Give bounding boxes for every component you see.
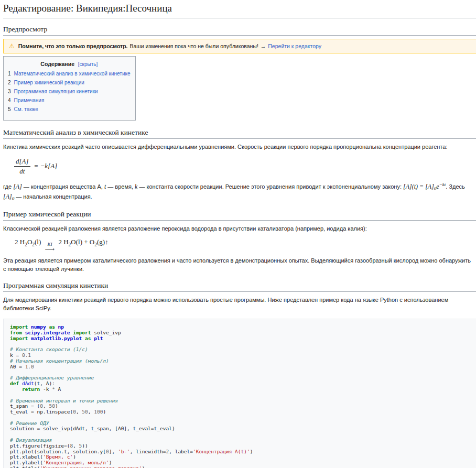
toc-item-link[interactable]: Программная симуляция кинетики	[14, 89, 98, 94]
code-line	[10, 415, 471, 421]
fraction-denominator: dt	[14, 167, 30, 176]
toc-item: 4Примечания	[8, 97, 131, 104]
code-line: plt.title('Кинетика реакции первого поря…	[10, 466, 471, 468]
code-line: solution = solve_ivp(dAdt, t_span, [A0],…	[10, 426, 471, 432]
toc-item: 2Пример химической реакции	[8, 79, 131, 86]
code-intro-paragraph: Для моделирования кинетики реакций перво…	[3, 296, 475, 313]
code-line: # Временной интервал и точки решения	[10, 398, 471, 404]
warning-bold-text: Помните, что это только предпросмотр.	[18, 43, 128, 49]
warning-text: Ваши изменения пока что не были опублико…	[130, 43, 258, 49]
toc-item-link[interactable]: Примечания	[14, 97, 45, 103]
chemical-equation: 2 H2O2(l) KI⟶ 2 H2O(l) + O2(g)↑	[15, 238, 476, 252]
section-heading-math: Математический анализ в химической кинет…	[3, 128, 476, 139]
toc-item-link[interactable]: См. также	[14, 106, 38, 112]
go-to-editor-link[interactable]: Перейти к редактору	[268, 43, 321, 49]
chem-intro-paragraph: Классической реакцией разложения являетс…	[3, 225, 475, 233]
toc-list: 1Математический анализ в химической кине…	[8, 70, 131, 113]
preview-warning-banner: ⚠ Помните, что это только предпросмотр.В…	[3, 39, 476, 53]
warning-triangle-icon: ⚠	[9, 43, 15, 49]
python-code-block: import numpy as npfrom scipy.integrate i…	[3, 319, 476, 468]
fraction-numerator: d[A]	[14, 157, 30, 167]
code-line: # Константа скорости (1/с)	[10, 347, 471, 353]
toc-item-number: 2	[8, 80, 11, 85]
fraction: d[A] dt	[14, 157, 30, 176]
toc-item: 5См. также	[8, 106, 131, 113]
toc-item-number: 1	[8, 71, 11, 77]
edit-preview-page: Редактирование: Википедия:Песочница Пред…	[0, 0, 476, 468]
warning-arrow: →	[261, 43, 266, 49]
code-line: return -k * A	[10, 387, 471, 393]
toc-item: 3Программная симуляция кинетики	[8, 88, 131, 95]
toc-item-link[interactable]: Пример химической реакции	[14, 80, 84, 85]
section-heading-chem: Пример химической реакции	[3, 210, 476, 221]
toc-hide-toggle[interactable]: [скрыть]	[78, 61, 98, 67]
math-explanation-paragraph: где [A] — концентрация вещества A, t — в…	[3, 181, 475, 202]
chem-explanation-paragraph: Эта реакция является примером каталитиче…	[3, 257, 475, 274]
toc-item-number: 5	[8, 106, 11, 112]
rate-equation-formula: d[A] dt = −k[A]	[14, 157, 476, 176]
code-line: # Дифференциальное уравнение	[10, 375, 471, 381]
math-intro-paragraph: Кинетика химических реакций часто описыв…	[3, 143, 475, 151]
reaction-arrow-icon: KI⟶	[45, 242, 55, 252]
fraction-rhs: = −k[A]	[34, 162, 58, 170]
toc-item-link[interactable]: Математический анализ в химической кинет…	[14, 71, 131, 77]
code-line: plt.plot(solution.t, solution.y[0], 'b-'…	[10, 449, 471, 455]
code-line: def dAdt(t, A):	[10, 381, 471, 387]
code-line: t_eval = np.linspace(0, 50, 100)	[10, 409, 471, 415]
section-heading-code: Программная симуляция кинетики	[3, 281, 476, 292]
code-line	[10, 432, 471, 438]
toc-title: Содержание	[40, 61, 74, 67]
table-of-contents: Содержание [скрыть] 1Математический анал…	[3, 56, 136, 121]
page-title: Редактирование: Википедия:Песочница	[3, 0, 476, 18]
toc-item-number: 4	[8, 97, 11, 103]
preview-heading: Предпросмотр	[3, 25, 476, 36]
code-line: # Начальная концентрация (моль/л)	[10, 358, 471, 364]
code-line: import matplotlib.pyplot as plt	[10, 336, 471, 342]
code-line: A0 = 1.0	[10, 364, 471, 370]
toc-item-number: 3	[8, 89, 11, 94]
toc-item: 1Математический анализ в химической кине…	[8, 70, 131, 78]
